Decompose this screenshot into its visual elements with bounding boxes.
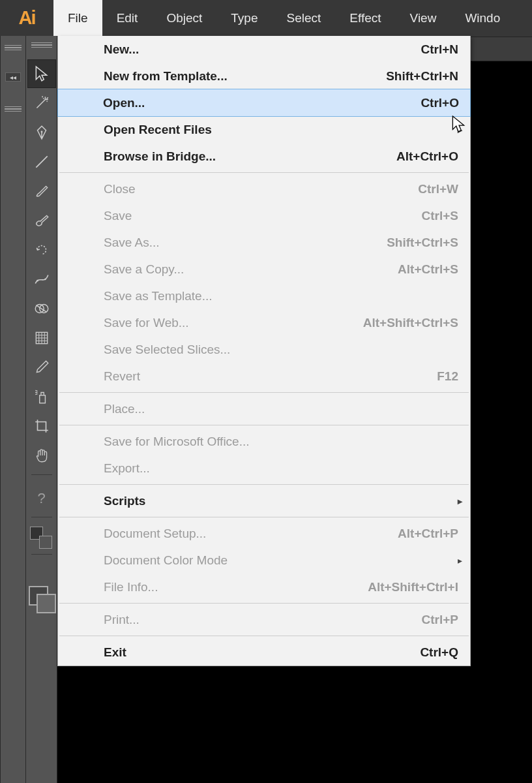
- menu-effect[interactable]: Effect: [335, 0, 395, 36]
- menu-item-label: Place...: [104, 402, 145, 416]
- artboard-tool[interactable]: [27, 412, 56, 440]
- width-curve-icon: [33, 271, 50, 288]
- menu-item-label: Browse in Bridge...: [104, 149, 216, 164]
- menu-item-new[interactable]: New...Ctrl+N: [58, 36, 470, 63]
- tools-divider: [31, 517, 52, 517]
- panel-drag-handle-icon[interactable]: [5, 106, 22, 112]
- eyedropper-tool[interactable]: [27, 353, 56, 382]
- menu-item-label: Save a Copy...: [104, 262, 184, 277]
- menu-item-export: Export...: [58, 455, 470, 482]
- menu-item-save: SaveCtrl+S: [58, 202, 470, 229]
- menu-file[interactable]: File: [53, 0, 102, 36]
- menu-item-revert: RevertF12: [58, 363, 470, 390]
- menu-item-shortcut: Alt+Shift+Ctrl+I: [368, 580, 458, 594]
- file-menu-dropdown: New...Ctrl+NNew from Template...Shift+Ct…: [57, 36, 471, 666]
- menu-item-label: Save for Microsoft Office...: [104, 435, 250, 449]
- menu-item-save-for-web: Save for Web...Alt+Shift+Ctrl+S: [58, 309, 470, 336]
- menu-separator: [59, 484, 469, 485]
- menu-item-shortcut: Alt+Ctrl+P: [398, 527, 458, 541]
- menu-label: View: [410, 11, 437, 25]
- menu-item-label: Open...: [103, 96, 145, 110]
- svg-rect-6: [39, 395, 45, 403]
- paintbrush-tool[interactable]: [27, 177, 56, 206]
- line-segment-icon: [33, 153, 50, 170]
- menu-item-label: Document Setup...: [104, 527, 206, 541]
- menu-item-label: Revert: [104, 369, 140, 384]
- menu-separator: [59, 425, 469, 425]
- menu-view[interactable]: View: [396, 0, 451, 36]
- menu-item-shortcut: Ctrl+S: [422, 209, 459, 223]
- menu-edit[interactable]: Edit: [102, 0, 153, 36]
- app-logo: Ai: [0, 0, 53, 36]
- menu-label: Windo: [465, 11, 500, 25]
- blob-brush-tool[interactable]: [27, 206, 56, 235]
- menu-item-shortcut: Ctrl+N: [421, 42, 458, 57]
- menu-item-shortcut: Ctrl+O: [421, 96, 459, 110]
- selection-tool[interactable]: [27, 59, 56, 88]
- menu-item-file-info: File Info...Alt+Shift+Ctrl+I: [58, 574, 470, 600]
- menu-item-shortcut: Ctrl+P: [422, 613, 459, 627]
- menu-item-shortcut: Shift+Ctrl+S: [387, 236, 458, 250]
- menubar: File Edit Object Type Select Effect View…: [53, 0, 532, 36]
- help-label: ?: [37, 490, 45, 507]
- artboard-crop-icon: [33, 418, 50, 435]
- paintbrush-icon: [33, 183, 50, 200]
- menu-separator: [59, 172, 469, 173]
- shape-builder-icon: [33, 300, 50, 317]
- menu-item-shortcut: Alt+Ctrl+S: [398, 262, 458, 277]
- fill-stroke-mini-swap[interactable]: [27, 524, 56, 550]
- menu-type[interactable]: Type: [216, 0, 272, 36]
- titlebar: Ai File Edit Object Type Select Effect V…: [0, 0, 532, 36]
- menu-item-browse-in-bridge[interactable]: Browse in Bridge...Alt+Ctrl+O: [58, 143, 470, 170]
- menu-object[interactable]: Object: [152, 0, 216, 36]
- magic-wand-tool[interactable]: [27, 89, 56, 117]
- hand-icon: [33, 447, 50, 464]
- menu-item-open[interactable]: Open...Ctrl+O: [57, 89, 471, 117]
- tools-drag-handle-icon[interactable]: [31, 42, 52, 48]
- menu-label: Object: [166, 11, 202, 25]
- width-tool[interactable]: [27, 265, 56, 294]
- svg-point-1: [37, 280, 38, 282]
- app-logo-text: Ai: [19, 7, 35, 29]
- menu-item-label: File Info...: [104, 580, 158, 594]
- menu-label: Effect: [349, 11, 381, 25]
- panel-drag-handle-icon[interactable]: [5, 45, 22, 50]
- menu-select[interactable]: Select: [273, 0, 336, 36]
- cursor-arrow-icon: [33, 65, 50, 82]
- rotate-arrow-icon: [33, 241, 50, 258]
- pen-tool[interactable]: [27, 118, 56, 147]
- menu-item-label: Exit: [104, 645, 126, 660]
- menu-window[interactable]: Windo: [451, 0, 514, 36]
- menu-item-open-recent-files[interactable]: Open Recent Files: [58, 116, 470, 143]
- menu-label: Select: [287, 11, 321, 25]
- menu-item-new-from-template[interactable]: New from Template...Shift+Ctrl+N: [58, 63, 470, 89]
- menu-item-label: Save Selected Slices...: [104, 343, 230, 357]
- panel-collapse-toggle[interactable]: ◂◂: [5, 72, 21, 82]
- pen-nib-icon: [33, 124, 50, 141]
- menu-item-save-as-template: Save as Template...: [58, 283, 470, 309]
- menu-item-close: CloseCtrl+W: [58, 176, 470, 202]
- rotate-tool[interactable]: [27, 236, 56, 264]
- help-button[interactable]: ?: [27, 484, 56, 513]
- menu-item-label: Save As...: [104, 236, 160, 250]
- menu-item-shortcut: Alt+Ctrl+O: [396, 149, 458, 164]
- fill-stroke-selector[interactable]: [27, 585, 56, 619]
- shape-builder-tool[interactable]: [27, 294, 56, 323]
- menu-item-shortcut: Alt+Shift+Ctrl+S: [363, 316, 458, 330]
- menu-item-label: Save as Template...: [104, 289, 213, 303]
- magic-wand-icon: [33, 95, 50, 112]
- menu-item-save-selected-slices: Save Selected Slices...: [58, 336, 470, 363]
- menu-item-scripts[interactable]: Scripts: [58, 487, 470, 514]
- svg-point-0: [40, 131, 42, 133]
- tools-divider: [31, 554, 52, 555]
- line-tool[interactable]: [27, 147, 56, 176]
- stroke-swatch-icon: [39, 536, 52, 549]
- symbol-sprayer-tool[interactable]: [27, 382, 56, 411]
- mesh-tool[interactable]: [27, 324, 56, 352]
- blob-brush-icon: [33, 212, 50, 229]
- menu-item-exit[interactable]: ExitCtrl+Q: [58, 639, 470, 666]
- hand-tool[interactable]: [27, 441, 56, 470]
- menu-item-place: Place...: [58, 395, 470, 422]
- stroke-color-icon: [37, 594, 56, 613]
- menu-item-shortcut: Ctrl+Q: [420, 645, 458, 660]
